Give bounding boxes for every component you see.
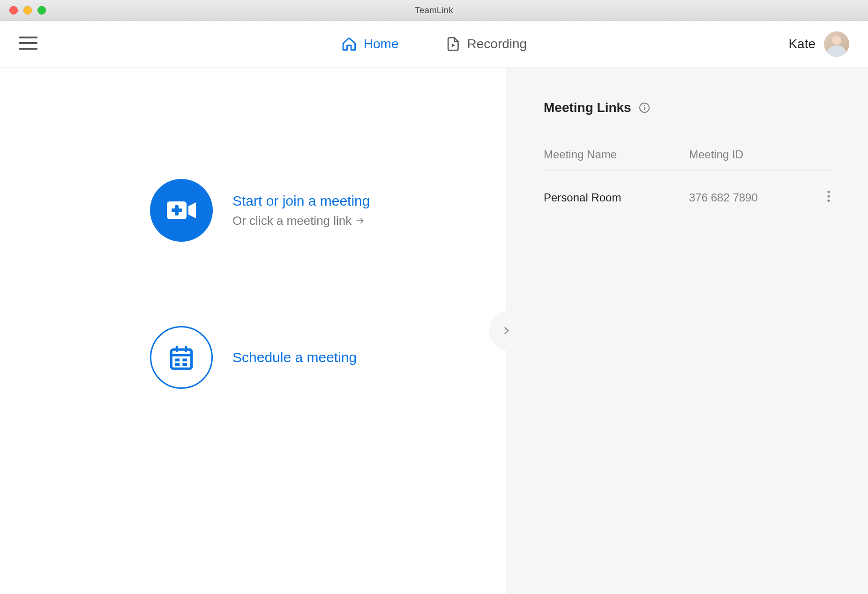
menu-button[interactable]	[19, 36, 37, 52]
svg-marker-3	[452, 43, 455, 47]
svg-rect-13	[175, 358, 180, 361]
calendar-icon-circle	[150, 326, 213, 389]
hamburger-icon	[19, 36, 37, 51]
user-name: Kate	[788, 37, 816, 52]
table-header: Meeting Name Meeting ID	[544, 148, 831, 171]
collapse-panel-button[interactable]	[489, 311, 523, 350]
calendar-icon	[168, 344, 195, 371]
svg-point-20	[827, 191, 830, 193]
svg-point-21	[827, 195, 830, 197]
titlebar: TeamLink	[0, 0, 868, 21]
home-icon	[341, 36, 357, 52]
meeting-links-panel: Meeting Links Meeting Name Meeting ID Pe…	[506, 67, 868, 594]
more-vertical-icon	[827, 190, 831, 203]
svg-point-22	[827, 200, 830, 202]
svg-rect-16	[182, 363, 187, 366]
schedule-text: Schedule a meeting	[232, 349, 357, 365]
minimize-window-button[interactable]	[23, 6, 32, 15]
svg-rect-7	[172, 208, 182, 212]
start-join-text: Start or join a meeting Or click a meeti…	[232, 193, 370, 228]
svg-marker-5	[188, 202, 196, 218]
svg-point-19	[644, 105, 645, 106]
close-window-button[interactable]	[9, 6, 18, 15]
info-icon[interactable]	[639, 102, 650, 113]
start-join-title: Start or join a meeting	[232, 193, 370, 209]
camera-plus-icon	[165, 199, 198, 222]
meeting-links-title-text: Meeting Links	[544, 100, 631, 115]
meeting-name: Personal Room	[544, 191, 689, 204]
schedule-meeting-button[interactable]: Schedule a meeting	[150, 326, 506, 389]
meeting-links-table: Meeting Name Meeting ID Personal Room 37…	[544, 148, 831, 224]
video-plus-icon	[150, 179, 213, 242]
row-more-button[interactable]	[812, 190, 831, 206]
start-join-subtitle-text: Or click a meeting link	[232, 214, 352, 228]
window-controls	[0, 6, 46, 15]
chevron-right-icon	[501, 324, 511, 338]
tab-recording-label: Recording	[467, 37, 527, 52]
user-menu[interactable]: Kate	[788, 31, 849, 57]
svg-rect-1	[19, 42, 37, 44]
table-row[interactable]: Personal Room 376 682 7890	[544, 171, 831, 224]
svg-rect-2	[19, 48, 37, 50]
col-header-name: Meeting Name	[544, 148, 689, 161]
arrow-right-icon	[355, 216, 365, 225]
nav-tabs: Home Recording	[341, 36, 527, 52]
schedule-title: Schedule a meeting	[232, 349, 357, 365]
tab-home-label: Home	[364, 37, 399, 52]
tab-recording[interactable]: Recording	[446, 37, 527, 52]
start-join-meeting-button[interactable]: Start or join a meeting Or click a meeti…	[150, 179, 506, 242]
start-join-subtitle: Or click a meeting link	[232, 214, 370, 228]
svg-rect-15	[175, 363, 180, 366]
tab-home[interactable]: Home	[341, 36, 399, 52]
header: Home Recording Kate	[0, 21, 868, 67]
col-header-id: Meeting ID	[689, 148, 812, 161]
avatar	[824, 31, 849, 57]
svg-rect-14	[182, 358, 187, 361]
main: Start or join a meeting Or click a meeti…	[0, 67, 868, 594]
meeting-id: 376 682 7890	[689, 191, 812, 204]
svg-rect-9	[171, 349, 192, 369]
left-panel: Start or join a meeting Or click a meeti…	[0, 67, 506, 594]
svg-rect-0	[19, 37, 37, 38]
file-icon	[446, 37, 461, 52]
window-title: TeamLink	[415, 5, 453, 15]
maximize-window-button[interactable]	[37, 6, 46, 15]
meeting-links-title: Meeting Links	[544, 100, 831, 115]
